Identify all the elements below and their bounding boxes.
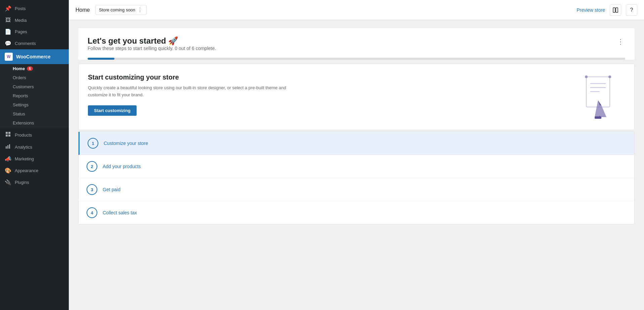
task-illustration xyxy=(571,73,625,120)
sidebar: 📌 Posts 🖼 Media 📄 Pages 💬 Comments W Woo… xyxy=(0,0,69,310)
store-status-badge[interactable]: Store coming soon ⋮ xyxy=(95,5,147,15)
gs-subtitle: Follow these steps to start selling quic… xyxy=(88,46,216,51)
submenu-item-settings[interactable]: Settings xyxy=(0,100,69,109)
progress-bar-fill xyxy=(88,58,114,60)
sidebar-label-appearance: Appearance xyxy=(15,168,38,173)
sidebar-label-posts: Posts xyxy=(15,6,26,11)
submenu-item-status[interactable]: Status xyxy=(0,109,69,118)
task-row-3[interactable]: 3 Get paid xyxy=(79,178,634,201)
task-row-4[interactable]: 4 Collect sales tax xyxy=(79,201,634,224)
svg-rect-0 xyxy=(6,132,8,134)
task-label-1: Customize your store xyxy=(104,141,148,146)
topbar: Home Store coming soon ⋮ Preview store ? xyxy=(69,0,644,20)
getting-started-section: Let's get you started 🚀 Follow these ste… xyxy=(78,28,635,60)
task-row-2[interactable]: 2 Add your products xyxy=(79,155,634,178)
svg-rect-5 xyxy=(7,145,8,149)
svg-rect-1 xyxy=(8,132,10,134)
toggle-editor-button[interactable] xyxy=(610,4,621,16)
svg-point-13 xyxy=(585,75,588,78)
appearance-icon: 🎨 xyxy=(5,167,11,174)
submenu-label-settings: Settings xyxy=(13,102,29,107)
submenu-label-home: Home xyxy=(13,66,25,71)
svg-marker-15 xyxy=(595,100,606,117)
breadcrumb: Home xyxy=(76,7,90,13)
task-num-3: 3 xyxy=(87,184,97,195)
marketing-icon: 📣 xyxy=(5,156,11,162)
sidebar-woocommerce-header[interactable]: W WooCommerce xyxy=(0,49,69,64)
sidebar-item-marketing[interactable]: 📣 Marketing xyxy=(0,153,69,165)
submenu-item-extensions[interactable]: Extensions xyxy=(0,118,69,127)
gs-more-menu-button[interactable]: ⋮ xyxy=(616,36,625,47)
submenu-item-orders[interactable]: Orders xyxy=(0,73,69,82)
gs-title-wrap: Let's get you started 🚀 Follow these ste… xyxy=(88,36,216,56)
home-badge: 6 xyxy=(27,66,33,71)
woocommerce-icon: W xyxy=(5,53,13,61)
task-num-1: 1 xyxy=(88,138,98,149)
sidebar-item-appearance[interactable]: 🎨 Appearance xyxy=(0,165,69,176)
task-num-4: 4 xyxy=(87,207,97,218)
woocommerce-submenu: Home 6 Orders Customers Reports Settings… xyxy=(0,64,69,127)
svg-rect-8 xyxy=(616,8,618,12)
sidebar-item-pages[interactable]: 📄 Pages xyxy=(0,26,69,38)
svg-rect-4 xyxy=(6,146,7,149)
task-card-content: Start customizing your store Quickly cre… xyxy=(88,73,296,116)
svg-rect-2 xyxy=(6,135,8,137)
task-card-desc: Quickly create a beautiful looking store… xyxy=(88,85,296,99)
sidebar-label-analytics: Analytics xyxy=(15,145,32,150)
sidebar-item-comments[interactable]: 💬 Comments xyxy=(0,38,69,49)
sidebar-label-products: Products xyxy=(15,133,32,138)
progress-bar xyxy=(88,58,625,60)
sidebar-label-plugins: Plugins xyxy=(15,180,29,185)
comments-icon: 💬 xyxy=(5,40,11,47)
main-content: Home Store coming soon ⋮ Preview store ?… xyxy=(69,0,644,310)
pages-icon: 📄 xyxy=(5,29,11,35)
help-button[interactable]: ? xyxy=(626,4,637,16)
task-row-1[interactable]: 1 Customize your store xyxy=(79,132,634,155)
topbar-right: Preview store ? xyxy=(577,4,637,16)
svg-point-14 xyxy=(608,75,611,78)
sidebar-label-media: Media xyxy=(15,18,27,23)
woocommerce-label: WooCommerce xyxy=(16,54,50,59)
sidebar-item-analytics[interactable]: Analytics xyxy=(0,141,69,153)
svg-rect-3 xyxy=(8,135,10,137)
preview-store-link[interactable]: Preview store xyxy=(577,7,605,13)
submenu-label-customers: Customers xyxy=(13,84,34,89)
analytics-icon xyxy=(5,144,11,150)
task-label-3: Get paid xyxy=(103,187,120,192)
store-badge-label: Store coming soon xyxy=(99,7,135,12)
task-label-4: Collect sales tax xyxy=(103,210,137,215)
help-icon: ? xyxy=(630,7,633,13)
sidebar-label-pages: Pages xyxy=(15,29,27,34)
svg-rect-6 xyxy=(9,144,10,149)
gs-header: Let's get you started 🚀 Follow these ste… xyxy=(88,36,625,56)
submenu-item-home[interactable]: Home 6 xyxy=(0,64,69,73)
sidebar-item-products[interactable]: Products xyxy=(0,129,69,141)
task-label-2: Add your products xyxy=(103,164,141,169)
submenu-label-extensions: Extensions xyxy=(13,120,34,125)
sidebar-label-comments: Comments xyxy=(15,41,36,46)
products-icon xyxy=(5,132,11,138)
submenu-label-status: Status xyxy=(13,111,25,116)
posts-icon: 📌 xyxy=(5,5,11,12)
sidebar-item-media[interactable]: 🖼 Media xyxy=(0,14,69,26)
store-badge-menu-icon: ⋮ xyxy=(137,7,143,13)
submenu-item-reports[interactable]: Reports xyxy=(0,91,69,100)
submenu-label-reports: Reports xyxy=(13,93,28,98)
task-detail-card: Start customizing your store Quickly cre… xyxy=(78,64,635,130)
task-card-title: Start customizing your store xyxy=(88,73,296,81)
sidebar-item-plugins[interactable]: 🔌 Plugins xyxy=(0,176,69,188)
task-num-2: 2 xyxy=(87,161,97,172)
gs-title: Let's get you started 🚀 xyxy=(88,36,216,46)
submenu-item-customers[interactable]: Customers xyxy=(0,82,69,91)
sidebar-item-posts[interactable]: 📌 Posts xyxy=(0,3,69,14)
task-list: 1 Customize your store 2 Add your produc… xyxy=(78,132,635,224)
submenu-label-orders: Orders xyxy=(13,75,26,80)
svg-rect-19 xyxy=(595,116,601,119)
start-customizing-button[interactable]: Start customizing xyxy=(88,105,137,116)
content-area: Let's get you started 🚀 Follow these ste… xyxy=(69,20,644,310)
svg-rect-7 xyxy=(613,8,615,12)
plugins-icon: 🔌 xyxy=(5,179,11,186)
sidebar-label-marketing: Marketing xyxy=(15,156,34,161)
media-icon: 🖼 xyxy=(5,17,11,23)
